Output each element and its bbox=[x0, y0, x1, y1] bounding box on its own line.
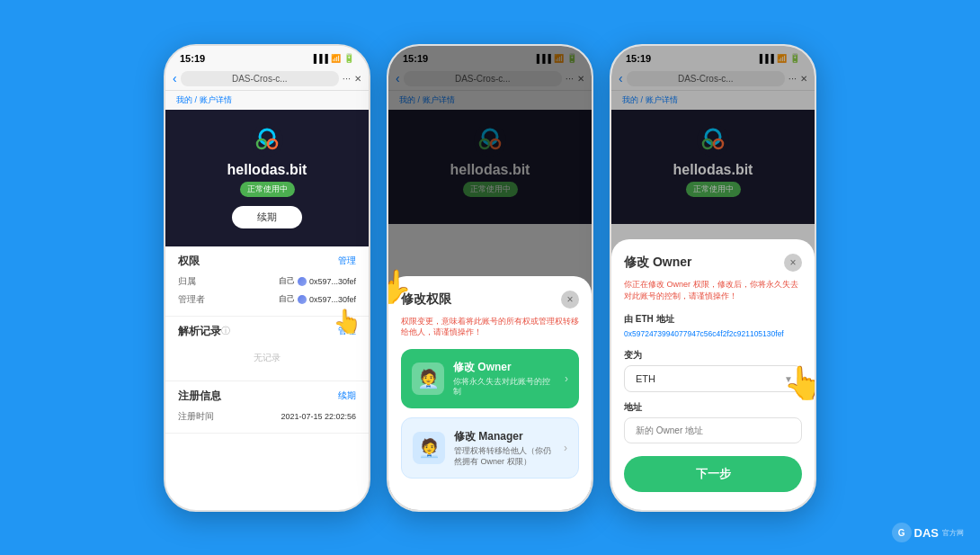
modal-header-2: 修改权限 × bbox=[401, 291, 579, 309]
owner-info: 修改 Owner 你将永久失去对此账号的控制 bbox=[453, 360, 556, 398]
modal-close-btn-2[interactable]: × bbox=[561, 291, 579, 309]
to-label: 变为 bbox=[624, 349, 802, 362]
registration-action[interactable]: 续期 bbox=[338, 389, 356, 402]
owner-arrow-icon: › bbox=[565, 372, 568, 385]
renew-btn-1[interactable]: 续期 bbox=[232, 206, 302, 228]
chain-select[interactable]: ETH BSC TRX bbox=[624, 365, 802, 392]
account-header-1: hellodas.bit 正常使用中 续期 bbox=[165, 110, 369, 246]
manager-row: 管理者 自己 0x597...30fef bbox=[178, 291, 356, 309]
battery-icon: 🔋 bbox=[343, 53, 354, 63]
from-address: 0x5972473994077947c56c4f2f2c921105130fef bbox=[624, 329, 802, 338]
manager-value: 自己 0x597...30fef bbox=[279, 293, 356, 305]
eth-dot-manager bbox=[298, 295, 307, 304]
status-icons-1: ▐▐▐ 📶 🔋 bbox=[311, 53, 354, 63]
permissions-header: 权限 管理 bbox=[178, 254, 356, 269]
address-label: 地址 bbox=[624, 401, 802, 414]
modal-title-3: 修改 Owner bbox=[624, 255, 691, 271]
modal-overlay-3: 修改 Owner × 你正在修改 Owner 权限，修改后，你将永久失去对此账号… bbox=[611, 46, 815, 510]
manager-arrow-icon: › bbox=[564, 442, 567, 454]
breadcrumb-1: 我的 / 账户详情 bbox=[165, 91, 369, 110]
records-header: 解析记录 ⓘ 管理 bbox=[178, 324, 356, 339]
manager-option-title: 修改 Manager bbox=[454, 429, 555, 444]
browser-bar-1: ‹ DAS-Cros-c... ··· ✕ bbox=[165, 67, 369, 91]
manager-avatar: 🧑‍💼 bbox=[413, 432, 445, 464]
pointer-emoji-2: 👆 bbox=[387, 268, 413, 306]
signal-icon: ▐▐▐ bbox=[311, 54, 328, 63]
status-badge-1: 正常使用中 bbox=[240, 182, 295, 197]
manager-option-desc: 管理权将转移给他人（你仍然拥有 Owner 权限） bbox=[454, 446, 555, 467]
modal-warning-2: 权限变更，意味着将此账号的所有权或管理权转移给他人，请谨慎操作！ bbox=[401, 316, 579, 338]
records-title: 解析记录 bbox=[178, 324, 221, 339]
owner-option-desc: 你将永久失去对此账号的控制 bbox=[453, 377, 556, 398]
permissions-section: 权限 管理 归属 自己 0x597...30fef 管理者 自己 0x597..… bbox=[165, 246, 369, 317]
das-brand: G DAS 官方网 bbox=[892, 523, 964, 542]
manager-label: 管理者 bbox=[178, 293, 205, 306]
das-brand-icon: G bbox=[892, 523, 912, 542]
owner-option-card[interactable]: 🧑‍💼 修改 Owner 你将永久失去对此账号的控制 › bbox=[401, 349, 579, 408]
reg-time-row: 注册时间 2021-07-15 22:02:56 bbox=[178, 407, 356, 425]
wifi-icon: 📶 bbox=[331, 54, 341, 63]
eth-dot-owner bbox=[298, 277, 307, 286]
registration-title: 注册信息 bbox=[178, 389, 221, 404]
url-bar-1[interactable]: DAS-Cros-c... bbox=[181, 71, 339, 86]
phones-container: 15:19 ▐▐▐ 📶 🔋 ‹ DAS-Cros-c... ··· ✕ 我的 /… bbox=[146, 26, 834, 530]
owner-value: 自己 0x597...30fef bbox=[279, 275, 356, 287]
close-btn-1[interactable]: ✕ bbox=[354, 74, 361, 84]
registration-header: 注册信息 续期 bbox=[178, 389, 356, 404]
pointer-emoji-3: 👆 bbox=[783, 364, 816, 402]
modal-close-btn-3[interactable]: × bbox=[784, 254, 802, 272]
status-bar-1: 15:19 ▐▐▐ 📶 🔋 bbox=[165, 46, 369, 67]
registration-section: 注册信息 续期 注册时间 2021-07-15 22:02:56 bbox=[165, 381, 369, 434]
from-label: 由 ETH 地址 bbox=[624, 313, 802, 326]
modal-sheet-2: 修改权限 × 权限变更，意味着将此账号的所有权或管理权转移给他人，请谨慎操作！ … bbox=[388, 276, 592, 510]
account-name-1: hellodas.bit bbox=[227, 162, 307, 178]
das-brand-sub: 官方网 bbox=[942, 528, 964, 538]
phone-3: 15:19 ▐▐▐ 📶 🔋 ‹ DAS-Cros-c... ··· ✕ 我的 /… bbox=[610, 44, 816, 512]
next-btn-3[interactable]: 下一步 bbox=[624, 456, 802, 492]
owner-option-title: 修改 Owner bbox=[453, 360, 556, 375]
owner-row: 归属 自己 0x597...30fef bbox=[178, 273, 356, 291]
pointer-emoji-1: 👆 bbox=[333, 308, 361, 336]
records-info-icon: ⓘ bbox=[221, 325, 230, 337]
new-address-input[interactable] bbox=[624, 417, 802, 443]
chain-select-wrap: ETH BSC TRX ▼ bbox=[624, 365, 802, 392]
reg-time-value: 2021-07-15 22:02:56 bbox=[281, 412, 356, 421]
permissions-title: 权限 bbox=[178, 254, 200, 269]
phone-2: 15:19 ▐▐▐ 📶 🔋 ‹ DAS-Cros-c... ··· ✕ 我的 /… bbox=[387, 44, 593, 512]
modal-warning-3: 你正在修改 Owner 权限，修改后，你将永久失去对此账号的控制，请谨慎操作！ bbox=[624, 279, 802, 301]
reg-time-label: 注册时间 bbox=[178, 410, 214, 423]
das-brand-name: DAS bbox=[914, 526, 939, 540]
back-btn-1[interactable]: ‹ bbox=[173, 71, 177, 85]
menu-btn-1[interactable]: ··· bbox=[343, 73, 351, 84]
records-empty: 无记录 bbox=[178, 343, 356, 373]
manager-info: 修改 Manager 管理权将转移给他人（你仍然拥有 Owner 权限） bbox=[454, 429, 555, 467]
owner-avatar: 🧑‍💼 bbox=[412, 363, 444, 395]
owner-label: 归属 bbox=[178, 275, 196, 288]
modal-header-3: 修改 Owner × bbox=[624, 254, 802, 272]
time-1: 15:19 bbox=[180, 53, 205, 64]
das-logo-1 bbox=[251, 124, 283, 157]
modal-sheet-3: 修改 Owner × 你正在修改 Owner 权限，修改后，你将永久失去对此账号… bbox=[611, 239, 815, 509]
phone-1: 15:19 ▐▐▐ 📶 🔋 ‹ DAS-Cros-c... ··· ✕ 我的 /… bbox=[164, 44, 370, 512]
modal-overlay-2: 👆 修改权限 × 权限变更，意味着将此账号的所有权或管理权转移给他人，请谨慎操作… bbox=[388, 46, 592, 510]
manager-option-card[interactable]: 🧑‍💼 修改 Manager 管理权将转移给他人（你仍然拥有 Owner 权限）… bbox=[401, 417, 579, 479]
permissions-action[interactable]: 管理 bbox=[338, 255, 356, 267]
